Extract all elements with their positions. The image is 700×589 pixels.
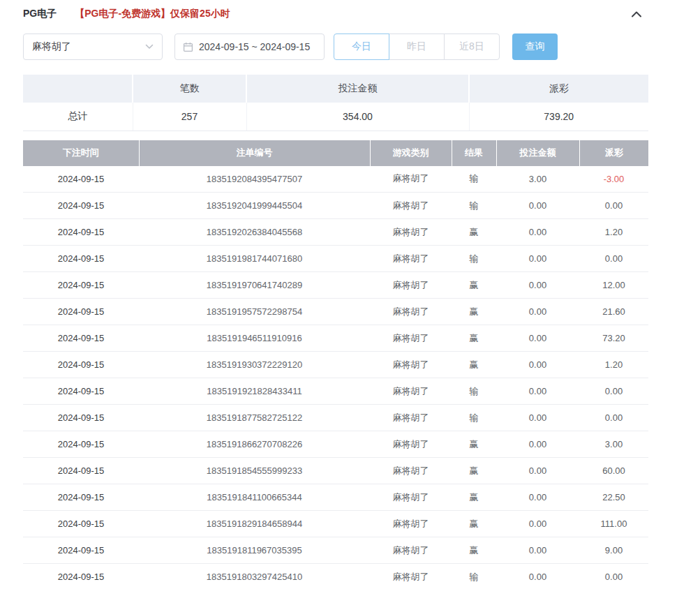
order-id-cell: 1835191854555999233 — [139, 458, 370, 484]
game-type-cell: 麻将胡了 — [370, 193, 452, 219]
table-row: 2024-09-151835192026384045568麻将胡了赢0.001.… — [23, 219, 648, 246]
payout-cell: 9.00 — [579, 537, 648, 564]
table-row: 2024-09-151835191829184658944麻将胡了赢0.0011… — [23, 511, 648, 537]
order-id-cell: 1835191866270708226 — [139, 431, 370, 458]
bet-time-cell: 2024-09-15 — [23, 219, 139, 246]
result-cell: 赢 — [452, 219, 496, 246]
bet-amount-cell: 0.00 — [496, 378, 579, 405]
summary-payout-value: 739.20 — [469, 103, 648, 131]
order-id-cell: 1835191829184658944 — [139, 511, 370, 537]
order-id-cell: 1835191957572298754 — [139, 299, 370, 325]
bet-time-cell: 2024-09-15 — [23, 246, 139, 272]
calendar-icon — [183, 42, 193, 52]
result-cell: 输 — [452, 166, 496, 193]
payout-cell: 0.00 — [579, 246, 648, 272]
game-type-cell: 麻将胡了 — [370, 352, 452, 378]
game-type-cell: 麻将胡了 — [370, 219, 452, 246]
quick-date-button-1[interactable]: 昨日 — [389, 33, 445, 60]
table-row: 2024-09-151835191811967035395麻将胡了赢0.009.… — [23, 537, 648, 564]
quick-date-button-0[interactable]: 今日 — [334, 33, 389, 60]
game-type-cell: 麻将胡了 — [370, 246, 452, 272]
table-row: 2024-09-151835191957572298754麻将胡了赢0.0021… — [23, 299, 648, 325]
order-id-cell: 1835191811967035395 — [139, 537, 370, 564]
table-header-row: 下注时间 注单编号 游戏类别 结果 投注金额 派彩 — [23, 140, 648, 166]
game-type-cell: 麻将胡了 — [370, 272, 452, 299]
result-cell: 赢 — [452, 511, 496, 537]
bet-time-cell: 2024-09-15 — [23, 564, 139, 589]
order-id-cell: 1835191970641740289 — [139, 272, 370, 299]
summary-header-empty — [23, 75, 133, 103]
order-id-cell: 1835191930372229120 — [139, 352, 370, 378]
bet-amount-cell: 0.00 — [496, 325, 579, 352]
bet-amount-cell: 0.00 — [496, 272, 579, 299]
payout-cell: 1.20 — [579, 352, 648, 378]
table-row: 2024-09-151835191854555999233麻将胡了赢0.0060… — [23, 458, 648, 484]
bet-amount-cell: 0.00 — [496, 193, 579, 219]
table-row: 2024-09-151835192041999445504麻将胡了输0.000.… — [23, 193, 648, 219]
game-type-cell: 麻将胡了 — [370, 431, 452, 458]
payout-cell: 0.00 — [579, 193, 648, 219]
result-cell: 赢 — [452, 352, 496, 378]
search-button[interactable]: 查询 — [512, 33, 558, 60]
header-result: 结果 — [452, 140, 496, 166]
summary-count-value: 257 — [133, 103, 246, 131]
collapse-chevron-icon[interactable] — [630, 9, 643, 19]
payout-cell: 1.20 — [579, 219, 648, 246]
bet-time-cell: 2024-09-15 — [23, 458, 139, 484]
game-type-cell: 麻将胡了 — [370, 378, 452, 405]
pg-records-panel: PG电子 【PG电子-免费游戏】仅保留25小时 麻将胡了 2024-09-15 … — [23, 0, 648, 589]
bet-records-tbody: 2024-09-151835192084395477507麻将胡了输3.00-3… — [23, 166, 648, 589]
header-bet-time: 下注时间 — [23, 140, 139, 166]
order-id-cell: 1835192084395477507 — [139, 166, 370, 193]
bet-amount-cell: 0.00 — [496, 246, 579, 272]
bet-time-cell: 2024-09-15 — [23, 299, 139, 325]
order-id-cell: 1835191981744071680 — [139, 246, 370, 272]
bet-amount-cell: 0.00 — [496, 405, 579, 431]
result-cell: 赢 — [452, 272, 496, 299]
bet-amount-cell: 0.00 — [496, 299, 579, 325]
payout-cell: 0.00 — [579, 405, 648, 431]
header-order-id: 注单编号 — [139, 140, 370, 166]
summary-table: 笔数 投注金额 派彩 总计 257 354.00 739.20 — [23, 75, 648, 131]
result-cell: 输 — [452, 193, 496, 219]
table-row: 2024-09-151835191946511910916麻将胡了赢0.0073… — [23, 325, 648, 352]
table-row: 2024-09-151835191866270708226麻将胡了赢0.003.… — [23, 431, 648, 458]
game-type-cell: 麻将胡了 — [370, 166, 452, 193]
payout-cell: 12.00 — [579, 272, 648, 299]
bet-amount-cell: 0.00 — [496, 511, 579, 537]
header-game-type: 游戏类别 — [370, 140, 452, 166]
summary-header-count: 笔数 — [133, 75, 246, 103]
bet-records-table: 下注时间 注单编号 游戏类别 结果 投注金额 派彩 2024-09-151835… — [23, 140, 648, 589]
quick-date-buttons: 今日昨日近8日 — [334, 33, 500, 60]
summary-bet-amount-value: 354.00 — [246, 103, 469, 131]
header-bet-amount: 投注金额 — [496, 140, 579, 166]
bet-amount-cell: 0.00 — [496, 219, 579, 246]
bet-amount-cell: 0.00 — [496, 484, 579, 511]
date-range-value: 2024-09-15 ~ 2024-09-15 — [199, 41, 310, 52]
summary-header-row: 笔数 投注金额 派彩 — [23, 75, 648, 103]
result-cell: 输 — [452, 564, 496, 589]
bet-time-cell: 2024-09-15 — [23, 166, 139, 193]
result-cell: 输 — [452, 405, 496, 431]
result-cell: 赢 — [452, 431, 496, 458]
order-id-cell: 1835191921828433411 — [139, 378, 370, 405]
summary-header-bet-amount: 投注金额 — [246, 75, 469, 103]
order-id-cell: 1835192041999445504 — [139, 193, 370, 219]
game-type-cell: 麻将胡了 — [370, 325, 452, 352]
game-type-cell: 麻将胡了 — [370, 405, 452, 431]
payout-cell: 0.00 — [579, 378, 648, 405]
header-payout: 派彩 — [579, 140, 648, 166]
payout-cell: 111.00 — [579, 511, 648, 537]
bet-amount-cell: 0.00 — [496, 458, 579, 484]
bet-time-cell: 2024-09-15 — [23, 484, 139, 511]
result-cell: 赢 — [452, 458, 496, 484]
table-row: 2024-09-151835191803297425410麻将胡了输0.000.… — [23, 564, 648, 589]
quick-date-button-2[interactable]: 近8日 — [444, 33, 500, 60]
game-type-cell: 麻将胡了 — [370, 537, 452, 564]
date-range-input[interactable]: 2024-09-15 ~ 2024-09-15 — [174, 33, 325, 60]
summary-row: 总计 257 354.00 739.20 — [23, 103, 648, 131]
game-type-select[interactable]: 麻将胡了 — [23, 33, 163, 60]
game-type-select-value: 麻将胡了 — [32, 40, 71, 53]
order-id-cell: 1835191841100665344 — [139, 484, 370, 511]
order-id-cell: 1835191877582725122 — [139, 405, 370, 431]
